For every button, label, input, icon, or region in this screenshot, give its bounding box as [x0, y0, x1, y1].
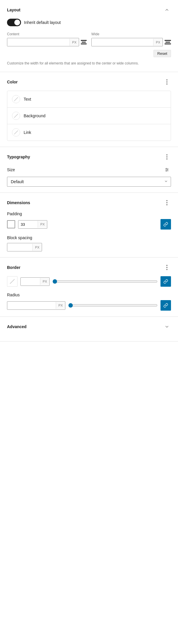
radius-px-input[interactable]: PX	[7, 301, 65, 310]
color-item-link[interactable]: Link	[7, 124, 171, 141]
size-select-wrap: Default Small Medium Large X-Large	[7, 177, 171, 187]
dimensions-section: Dimensions Padding PX Block spacing PX	[0, 193, 178, 258]
color-section: Color Text Background Link	[0, 72, 178, 147]
color-list: Text Background Link	[7, 91, 171, 141]
block-spacing-label: Block spacing	[7, 235, 171, 240]
border-width-field[interactable]	[21, 278, 40, 286]
text-color-swatch	[12, 95, 20, 103]
typography-more-button[interactable]	[163, 153, 171, 161]
width-row: Content PX Wide PX	[7, 32, 171, 46]
link-color-swatch	[12, 128, 20, 136]
border-title: Border	[7, 265, 20, 270]
radius-label: Radius	[7, 293, 171, 297]
advanced-section: Advanced	[0, 317, 178, 342]
padding-link-button[interactable]	[160, 219, 171, 230]
advanced-header: Advanced	[7, 323, 171, 331]
layout-description: Customize the width for all elements tha…	[7, 61, 171, 66]
dimensions-more-button[interactable]	[163, 199, 171, 207]
radius-px-unit: PX	[56, 302, 65, 309]
padding-label: Padding	[7, 211, 171, 216]
content-width-group: Content PX	[7, 32, 87, 46]
block-spacing-field[interactable]	[7, 243, 32, 251]
radius-slider-wrap	[68, 303, 158, 308]
wide-align-icon[interactable]	[165, 40, 171, 44]
wide-px-input[interactable]: PX	[91, 38, 163, 46]
block-spacing-row: Block spacing PX	[7, 235, 171, 251]
layout-collapse-button[interactable]	[163, 6, 171, 14]
wide-input-wrap: PX	[91, 38, 171, 46]
layout-header: Layout	[7, 6, 171, 14]
link-color-label: Link	[24, 130, 31, 135]
content-px-input[interactable]: PX	[7, 38, 79, 46]
content-label: Content	[7, 32, 87, 36]
content-px-unit: PX	[69, 39, 79, 46]
typography-section: Typography Size Default Small Medium Lar…	[0, 147, 178, 193]
dots-icon	[166, 265, 167, 270]
border-color-swatch[interactable]	[7, 276, 18, 287]
padding-field[interactable]	[18, 220, 38, 228]
border-width-slider-wrap	[53, 279, 158, 284]
size-select[interactable]: Default Small Medium Large X-Large	[7, 177, 171, 187]
svg-point-5	[166, 171, 167, 172]
border-more-button[interactable]	[163, 263, 171, 272]
radius-row: PX	[7, 300, 171, 311]
size-settings-button[interactable]	[163, 166, 171, 174]
content-align-icon[interactable]	[81, 40, 87, 44]
swatch-slash	[14, 130, 18, 134]
reset-button[interactable]: Reset	[153, 50, 171, 57]
border-header: Border	[7, 263, 171, 272]
dots-icon	[166, 154, 167, 160]
typography-title: Typography	[7, 155, 30, 159]
color-header: Color	[7, 78, 171, 86]
advanced-expand-button[interactable]	[163, 323, 171, 331]
size-label: Size	[7, 167, 15, 172]
padding-px-unit: PX	[38, 221, 47, 228]
background-color-label: Background	[24, 113, 46, 118]
inherit-layout-toggle[interactable]	[7, 19, 21, 26]
border-width-px-input[interactable]: PX	[20, 277, 50, 286]
swatch-slash	[14, 114, 18, 118]
padding-px-input[interactable]: PX	[18, 220, 47, 229]
wide-px-unit: PX	[153, 39, 163, 46]
border-section: Border PX Radius PX	[0, 258, 178, 317]
wide-width-field[interactable]	[92, 38, 153, 46]
dimensions-title: Dimensions	[7, 200, 30, 205]
reset-row: Reset	[7, 50, 171, 57]
typography-header: Typography	[7, 153, 171, 161]
dots-icon	[166, 200, 167, 205]
border-width-px-unit: PX	[40, 278, 49, 285]
size-row: Size	[7, 166, 171, 174]
border-width-slider[interactable]	[53, 279, 158, 284]
swatch-slash	[10, 279, 15, 284]
svg-point-4	[167, 169, 168, 170]
block-spacing-px-unit: PX	[32, 244, 42, 251]
border-width-link-button[interactable]	[160, 276, 171, 287]
content-input-wrap: PX	[7, 38, 87, 46]
padding-row: PX	[7, 219, 171, 230]
inherit-layout-label: Inherit default layout	[24, 20, 61, 25]
padding-box-icon	[7, 220, 15, 228]
layout-title: Layout	[7, 8, 20, 12]
layout-section: Layout Inherit default layout Content PX	[0, 0, 178, 72]
block-spacing-px-input[interactable]: PX	[7, 243, 42, 251]
content-width-field[interactable]	[7, 38, 69, 46]
color-more-button[interactable]	[163, 78, 171, 86]
radius-link-button[interactable]	[160, 300, 171, 311]
swatch-slash	[14, 97, 18, 101]
radius-slider[interactable]	[68, 303, 158, 308]
svg-point-3	[166, 168, 167, 169]
border-width-row: PX	[7, 276, 171, 287]
dimensions-header: Dimensions	[7, 199, 171, 207]
inherit-layout-row: Inherit default layout	[7, 19, 171, 26]
background-color-swatch	[12, 112, 20, 120]
color-item-text[interactable]: Text	[7, 91, 171, 108]
wide-label: Wide	[91, 32, 171, 36]
advanced-title: Advanced	[7, 324, 27, 329]
color-title: Color	[7, 80, 18, 84]
wide-width-group: Wide PX	[91, 32, 171, 46]
text-color-label: Text	[24, 97, 31, 102]
color-item-background[interactable]: Background	[7, 108, 171, 124]
dots-icon	[166, 79, 167, 85]
radius-field[interactable]	[7, 302, 56, 309]
